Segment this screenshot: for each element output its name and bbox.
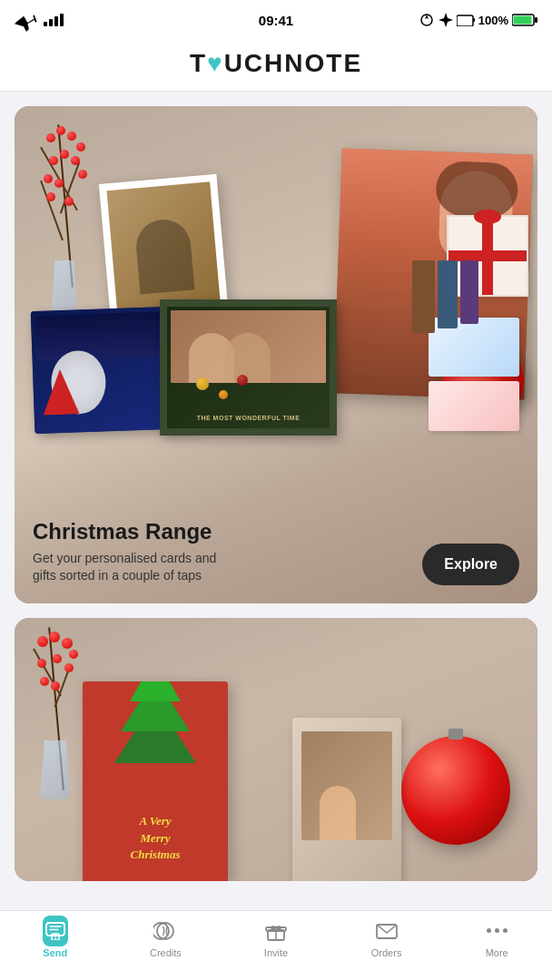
ornament-ball-2 <box>401 736 510 845</box>
credits-icon <box>153 920 177 942</box>
christmas-range-banner[interactable]: THE MOST WONDERFUL TIME Christmas Range <box>15 106 537 603</box>
small-ornament-1 <box>196 377 209 390</box>
credits-tab-label: Credits <box>150 947 182 958</box>
airplane-icon <box>15 8 38 32</box>
invite-tab-icon <box>263 918 289 944</box>
invite-tab-label: Invite <box>264 947 288 958</box>
tab-bar: Send Credits Inv <box>0 910 552 980</box>
svg-rect-5 <box>457 15 473 26</box>
orders-tab-label: Orders <box>371 947 402 958</box>
banner-1-text: Christmas Range Get your personalised ca… <box>33 519 232 585</box>
more-tab-label: More <box>486 947 508 958</box>
couple-card: THE MOST WONDERFUL TIME <box>160 299 337 436</box>
more-tab-icon <box>484 918 509 944</box>
svg-rect-10 <box>535 17 537 23</box>
app-header: T♥UCHNOTE <box>0 40 552 92</box>
small-cards-stack <box>429 318 519 431</box>
banner-background-2: A VeryMerryChristmas <box>15 618 537 881</box>
orders-icon <box>375 920 399 942</box>
status-left <box>15 8 64 32</box>
photo-card-peek <box>292 718 401 881</box>
banner-1-overlay: Christmas Range Get your personalised ca… <box>15 501 537 603</box>
tab-more[interactable]: More <box>441 918 552 958</box>
battery-percent: 100% <box>478 14 508 27</box>
invite-icon <box>264 920 288 942</box>
red-christmas-card: A VeryMerryChristmas <box>83 681 228 881</box>
battery-icon <box>512 14 537 26</box>
direction-icon <box>439 13 453 27</box>
tab-orders[interactable]: Orders <box>331 918 442 958</box>
svg-rect-2 <box>54 16 58 26</box>
orders-tab-icon <box>374 918 399 944</box>
screen-icon <box>457 14 475 26</box>
status-time: 09:41 <box>259 13 293 28</box>
banner-1-description: Get your personalised cards and gifts so… <box>33 550 232 585</box>
logo-heart: ♥ <box>207 49 224 77</box>
svg-rect-6 <box>458 16 472 25</box>
svg-rect-9 <box>514 16 532 24</box>
signal-icon <box>44 14 64 26</box>
svg-point-17 <box>157 923 173 939</box>
send-tab-icon <box>43 918 68 944</box>
small-ornament-3 <box>237 375 248 386</box>
three-dots-icon <box>487 928 508 933</box>
scroll-content: THE MOST WONDERFUL TIME Christmas Range <box>0 92 552 907</box>
app-logo: T♥UCHNOTE <box>0 49 552 78</box>
svg-rect-7 <box>473 18 475 22</box>
send-icon-background <box>43 916 68 946</box>
small-ornament-2 <box>219 390 228 399</box>
tab-credits[interactable]: Credits <box>111 918 222 958</box>
books-stack <box>412 260 478 333</box>
credits-tab-icon <box>153 918 178 944</box>
explore-button[interactable]: Explore <box>422 544 519 585</box>
svg-rect-3 <box>60 14 64 26</box>
tab-invite[interactable]: Invite <box>221 918 331 958</box>
banner-1-title: Christmas Range <box>33 519 232 544</box>
send-icon <box>45 922 65 940</box>
berries-decoration-2 <box>33 618 83 799</box>
status-bar: 09:41 100% <box>0 0 552 40</box>
svg-rect-1 <box>49 19 53 26</box>
tab-send[interactable]: Send <box>0 918 111 958</box>
christmas-cards-banner[interactable]: A VeryMerryChristmas <box>15 618 537 881</box>
svg-rect-0 <box>44 22 47 26</box>
send-tab-label: Send <box>43 947 67 958</box>
location-icon <box>419 13 435 27</box>
berries-decoration <box>42 106 87 324</box>
status-right: 100% <box>419 13 537 27</box>
